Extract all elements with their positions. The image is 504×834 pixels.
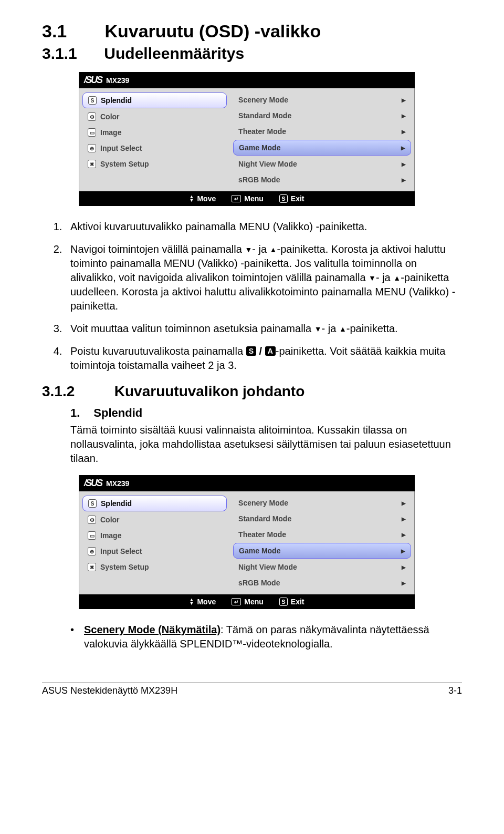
mode-scenery[interactable]: Scenery Mode▶: [233, 496, 411, 510]
step-text: Voit muuttaa valitun toiminnon asetuksia…: [70, 323, 314, 334]
subheading-text: Splendid: [93, 406, 142, 420]
mode-game[interactable]: Game Mode▶: [233, 543, 411, 559]
footer-label: Exit: [291, 194, 304, 203]
menu-input-select[interactable]: ⊕ Input Select: [82, 141, 227, 156]
footer-menu: ↵ Menu: [232, 194, 264, 203]
asus-logo: /SUS: [84, 75, 102, 86]
menu-label: Color: [100, 516, 120, 524]
setup-icon: ✖: [88, 563, 96, 571]
step-3: Voit muuttaa valitun toiminnon asetuksia…: [65, 322, 462, 336]
splendid-paragraph: Tämä toiminto sisältää kuusi valinnaista…: [70, 423, 462, 466]
mode-standard[interactable]: Standard Mode▶: [233, 108, 411, 123]
menu-label: Image: [100, 128, 121, 137]
menu-label: System Setup: [100, 160, 149, 168]
mode-srgb[interactable]: sRGB Mode▶: [233, 575, 411, 590]
footer-label: Menu: [244, 598, 264, 606]
splendid-subheading: 1. Splendid: [70, 406, 462, 420]
mode-theater[interactable]: Theater Mode▶: [233, 124, 411, 139]
mode-nightview[interactable]: Night View Mode▶: [233, 157, 411, 171]
mode-label: sRGB Mode: [238, 579, 280, 587]
osd-model: MX239: [106, 479, 129, 488]
osd-right-menu: Scenery Mode▶ Standard Mode▶ Theater Mod…: [230, 491, 414, 594]
osd-footer: ▲▼Move ↵Menu SExit: [79, 594, 415, 609]
down-triangle-icon: ▼: [314, 325, 322, 333]
chevron-right-icon: ▶: [402, 516, 406, 522]
mode-label: Theater Mode: [238, 530, 286, 539]
osd-panel: /SUS MX239 SSplendid ⚙Color ▭Image ⊕Inpu…: [79, 475, 415, 609]
menu-label: Color: [100, 112, 120, 121]
osd-model: MX239: [106, 76, 129, 85]
mode-srgb[interactable]: sRGB Mode▶: [233, 172, 411, 187]
step-text: Poistu kuvaruutuvalikosta painamalla: [70, 345, 246, 357]
s-icon: S: [88, 96, 97, 105]
footer-label: Move: [197, 194, 216, 203]
heading-number: 3.1: [42, 21, 100, 42]
setup-icon: ✖: [88, 160, 96, 168]
menu-label: Splendid: [101, 499, 132, 508]
footer-label: Menu: [244, 194, 264, 203]
heading-reset: 3.1.1 Uudelleenmääritys: [42, 45, 462, 63]
osd-footer: ▲▼ Move ↵ Menu S Exit: [79, 191, 415, 206]
heading-text: Kuvaruutuvalikon johdanto: [114, 383, 304, 399]
mode-nightview[interactable]: Night View Mode▶: [233, 560, 411, 574]
mode-label: Game Mode: [239, 547, 280, 555]
menu-input-select[interactable]: ⊕Input Select: [82, 544, 227, 559]
chevron-right-icon: ▶: [402, 129, 406, 135]
step-text: Aktivoi kuvaruutuvalikko painamalla MENU…: [70, 221, 367, 232]
s-button-icon: S: [246, 346, 256, 356]
mode-game[interactable]: Game Mode▶: [233, 140, 411, 156]
chevron-right-icon: ▶: [402, 564, 406, 570]
mode-label: Scenery Mode: [238, 499, 288, 507]
menu-splendid[interactable]: S Splendid: [82, 92, 227, 108]
step-2: Navigoi toimintojen välillä painamalla ▼…: [65, 242, 462, 313]
mode-standard[interactable]: Standard Mode▶: [233, 511, 411, 526]
chevron-right-icon: ▶: [401, 548, 405, 554]
menu-system-setup[interactable]: ✖System Setup: [82, 560, 227, 574]
footer-menu: ↵Menu: [232, 598, 264, 606]
chevron-right-icon: ▶: [402, 580, 406, 586]
page-footer: ASUS Nestekidenäyttö MX239H 3-1: [42, 683, 462, 696]
footer-move: ▲▼ Move: [190, 194, 216, 203]
step-1: Aktivoi kuvaruutuvalikko painamalla MENU…: [65, 220, 462, 234]
chevron-right-icon: ▶: [402, 97, 406, 103]
footer-label: Move: [197, 598, 216, 606]
mode-label: Standard Mode: [238, 111, 291, 120]
bullet-dot: •: [70, 623, 75, 651]
bullet-content: Scenery Mode (Näkymätila): Tämä on paras…: [84, 623, 462, 651]
osd-body: S Splendid ⚙ Color ▭ Image ⊕ Input Selec…: [79, 88, 415, 191]
osd-header: /SUS MX239: [79, 475, 415, 491]
menu-color[interactable]: ⚙ Color: [82, 109, 227, 124]
updown-icon: ▲▼: [190, 195, 194, 202]
footer-label: Exit: [291, 598, 304, 606]
bullet-title: Scenery Mode (Näkymätila): [84, 624, 220, 635]
mode-scenery[interactable]: Scenery Mode▶: [233, 92, 411, 107]
heading-number: 3.1.1: [42, 45, 100, 63]
menu-image[interactable]: ▭Image: [82, 528, 227, 543]
step-4: Poistu kuvaruutuvalikosta painamalla S /…: [65, 344, 462, 373]
footer-left: ASUS Nestekidenäyttö MX239H: [42, 685, 177, 696]
menu-splendid[interactable]: SSplendid: [82, 496, 227, 511]
heading-text: Uudelleenmääritys: [104, 45, 244, 62]
chevron-right-icon: ▶: [402, 177, 406, 183]
menu-label: Input Select: [100, 547, 142, 555]
menu-color[interactable]: ⚙Color: [82, 512, 227, 527]
chevron-right-icon: ▶: [402, 532, 406, 538]
osd-header: /SUS MX239: [79, 72, 415, 88]
instruction-list: Aktivoi kuvaruutuvalikko painamalla MENU…: [42, 220, 462, 373]
color-icon: ⚙: [88, 112, 96, 121]
step-text: - ja: [322, 323, 339, 334]
step-text: -painiketta.: [346, 323, 398, 334]
a-button-icon: A: [265, 346, 276, 356]
mode-label: Night View Mode: [238, 160, 297, 168]
menu-label: System Setup: [100, 563, 149, 571]
osd-panel: /SUS MX239 S Splendid ⚙ Color ▭ Image ⊕ …: [79, 72, 415, 206]
heading-312: 3.1.2 Kuvaruutuvalikon johdanto: [42, 383, 462, 400]
step-text: Navigoi toimintojen välillä painamalla: [70, 243, 245, 255]
chevron-right-icon: ▶: [401, 145, 405, 151]
menu-image[interactable]: ▭ Image: [82, 125, 227, 140]
mode-theater[interactable]: Theater Mode▶: [233, 527, 411, 542]
mode-label: Standard Mode: [238, 514, 291, 523]
step-text: - ja: [376, 272, 393, 283]
menu-system-setup[interactable]: ✖ System Setup: [82, 157, 227, 171]
step-text: - ja: [252, 243, 269, 255]
